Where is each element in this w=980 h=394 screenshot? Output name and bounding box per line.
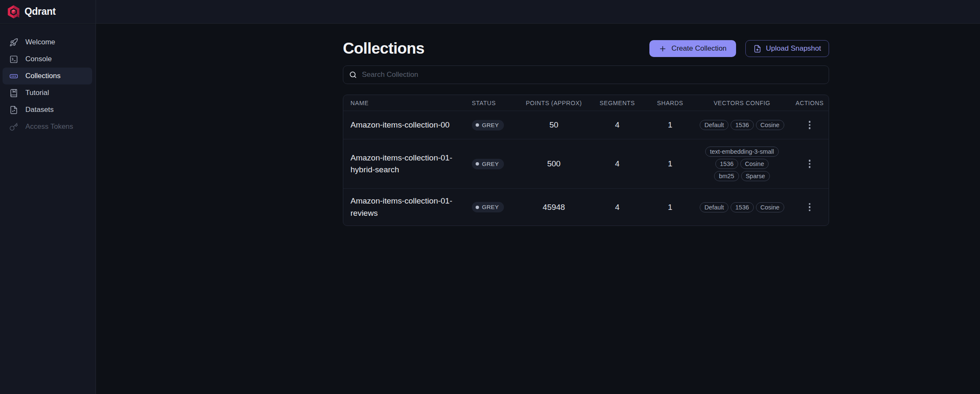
table-row[interactable]: Amazon-items-collection-01-hybrid-search… <box>343 139 829 189</box>
key-icon <box>9 122 18 131</box>
status-label: GREY <box>482 204 499 210</box>
create-collection-button[interactable]: Create Collection <box>649 40 736 57</box>
qdrant-logo-icon <box>6 5 21 19</box>
collection-name-link[interactable]: Amazon-items-collection-00 <box>350 120 449 129</box>
column-header-name: NAME <box>343 100 465 106</box>
shards-value: 1 <box>647 159 693 168</box>
shards-value: 1 <box>647 203 693 212</box>
segments-value: 4 <box>588 120 647 130</box>
vector-chip: 1536 <box>731 202 753 212</box>
file-upload-icon <box>753 45 761 53</box>
status-badge: GREY <box>472 159 504 169</box>
vector-chip: Default <box>700 202 728 212</box>
search-box <box>343 65 829 84</box>
column-header-status: STATUS <box>465 100 520 106</box>
sidebar-item-access-tokens[interactable]: Access Tokens <box>3 118 92 135</box>
page-title: Collections <box>343 40 424 57</box>
upload-snapshot-button[interactable]: Upload Snapshot <box>745 40 829 57</box>
vectors-config: Default 1536 Cosine <box>693 119 791 131</box>
segments-value: 4 <box>588 203 647 212</box>
top-bar: Qdrant <box>0 0 980 24</box>
sidebar: Welcome Console Collections Tutorial Dat… <box>0 24 96 394</box>
status-dot-icon <box>476 123 479 127</box>
points-value: 500 <box>520 159 588 168</box>
shards-value: 1 <box>647 120 693 130</box>
book-icon <box>9 89 18 98</box>
table-row[interactable]: Amazon-items-collection-00 GREY 50 4 1 D… <box>343 111 829 139</box>
sidebar-divider <box>96 0 96 394</box>
vector-chip: Sparse <box>741 171 770 181</box>
status-label: GREY <box>482 161 499 167</box>
segments-value: 4 <box>588 159 647 168</box>
collection-name-link[interactable]: Amazon-items-collection-01-reviews <box>350 196 452 217</box>
vector-chip: Cosine <box>740 159 769 169</box>
row-actions-menu-icon[interactable] <box>805 201 815 214</box>
column-header-points: POINTS (APPROX) <box>520 100 588 106</box>
sidebar-item-label: Welcome <box>25 38 55 46</box>
status-dot-icon <box>476 162 479 166</box>
vector-chip: Cosine <box>756 120 784 130</box>
column-header-actions: ACTIONS <box>791 100 829 106</box>
vector-chip: Default <box>700 120 728 130</box>
vector-chip: text-embedding-3-small <box>705 147 779 157</box>
sidebar-item-welcome[interactable]: Welcome <box>3 34 92 51</box>
brand-name: Qdrant <box>25 6 56 17</box>
collection-name-link[interactable]: Amazon-items-collection-01-hybrid-search <box>350 153 452 174</box>
create-collection-label: Create Collection <box>671 44 726 53</box>
terminal-icon <box>9 55 18 64</box>
sidebar-item-datasets[interactable]: Datasets <box>3 101 92 118</box>
vector-chip: bm25 <box>714 171 739 181</box>
points-value: 50 <box>520 120 588 130</box>
search-icon <box>349 71 357 79</box>
search-input[interactable] <box>362 71 823 79</box>
table-row[interactable]: Amazon-items-collection-01-reviews GREY … <box>343 189 829 226</box>
points-value: 45948 <box>520 203 588 212</box>
main-area: Collections Create Collection Upload Sna… <box>96 24 980 394</box>
vector-chip: 1536 <box>731 120 753 130</box>
vectors-config: Default 1536 Cosine <box>693 201 791 213</box>
file-icon <box>9 106 18 114</box>
row-actions-menu-icon[interactable] <box>805 157 815 171</box>
row-actions-menu-icon[interactable] <box>805 118 815 132</box>
column-header-vectors: VECTORS CONFIG <box>693 100 791 106</box>
collections-icon <box>9 72 18 81</box>
sidebar-item-label: Collections <box>25 72 60 80</box>
sidebar-item-label: Datasets <box>25 106 54 114</box>
status-badge: GREY <box>472 120 504 130</box>
table-header-row: NAME STATUS POINTS (APPROX) SEGMENTS SHA… <box>343 95 829 111</box>
sidebar-item-tutorial[interactable]: Tutorial <box>3 84 92 101</box>
column-header-segments: SEGMENTS <box>588 100 647 106</box>
sidebar-item-label: Tutorial <box>25 89 49 97</box>
sidebar-item-label: Console <box>25 55 52 63</box>
collections-table: NAME STATUS POINTS (APPROX) SEGMENTS SHA… <box>343 95 829 226</box>
qdrant-logo[interactable]: Qdrant <box>6 5 56 19</box>
upload-snapshot-label: Upload Snapshot <box>766 44 821 53</box>
column-header-shards: SHARDS <box>647 100 693 106</box>
vector-chip: 1536 <box>715 159 738 169</box>
status-dot-icon <box>476 206 479 209</box>
sidebar-item-console[interactable]: Console <box>3 51 92 68</box>
sidebar-item-collections[interactable]: Collections <box>3 68 92 84</box>
sidebar-item-label: Access Tokens <box>25 122 73 131</box>
vector-chip: Cosine <box>756 202 784 212</box>
status-label: GREY <box>482 122 499 128</box>
plus-icon <box>659 45 667 53</box>
status-badge: GREY <box>472 202 504 212</box>
rocket-icon <box>9 38 18 47</box>
vectors-config: text-embedding-3-small 1536 Cosine bm25 … <box>693 146 791 182</box>
